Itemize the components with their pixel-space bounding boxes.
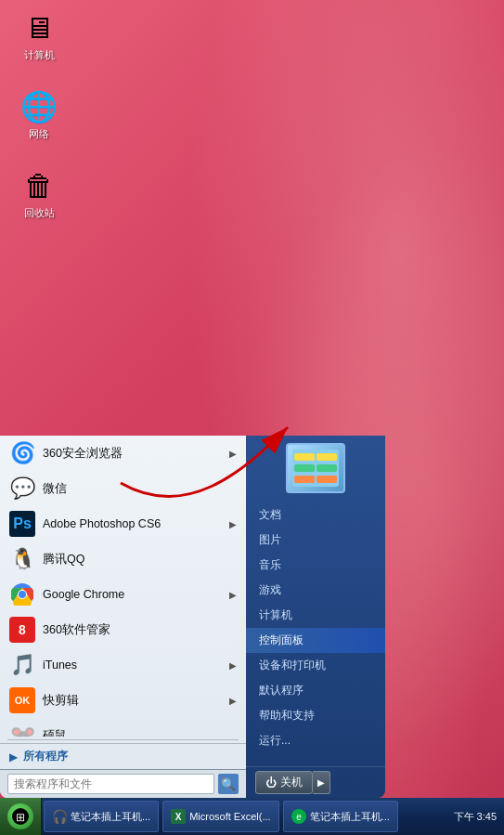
right-item-pictures[interactable]: 图片	[246, 528, 385, 553]
360browser-icon: 🌀	[9, 440, 35, 466]
menu-search-area: 🔍	[0, 769, 246, 798]
svg-rect-10	[317, 476, 337, 483]
qq-icon: 🐧	[9, 546, 35, 572]
svg-rect-9	[294, 476, 315, 483]
shutdown-button-group: ⏻ 关机 ▶	[255, 771, 330, 794]
menu-item-wechat[interactable]: 💬 微信	[0, 471, 246, 506]
network-icon: 🌐	[20, 88, 58, 125]
chrome-label: Google Chrome	[43, 588, 222, 601]
all-programs-arrow-icon: ▶	[9, 750, 18, 763]
clock-time: 下午 3:45	[454, 810, 497, 824]
itunes-icon: 🎵	[9, 652, 35, 678]
svg-rect-8	[317, 464, 337, 472]
itunes-label: iTunes	[43, 659, 222, 672]
kuaijian-icon: OK	[9, 687, 35, 713]
svg-rect-7	[294, 464, 315, 472]
excel-taskbar-icon: X	[171, 809, 186, 824]
recycle-icon-label: 回收站	[24, 206, 55, 220]
right-menu-items: 文档 图片 音乐 游戏 计算机 控制面板 设备和打印机 默认程序 帮助和支持 运…	[246, 499, 385, 766]
shutdown-arrow-button[interactable]: ▶	[313, 771, 330, 794]
right-item-devices[interactable]: 设备和打印机	[246, 653, 385, 678]
taskbar-item-notepad[interactable]: 🎧 笔记本插上耳机...	[44, 801, 159, 832]
right-item-run[interactable]: 运行...	[246, 728, 385, 753]
start-orb-icon: ⊞	[7, 803, 33, 829]
wechat-label: 微信	[43, 481, 237, 497]
excel-taskbar-label: Microsoft Excel(...	[189, 811, 270, 822]
menu-right-panel: 文档 图片 音乐 游戏 计算机 控制面板 设备和打印机 默认程序 帮助和支持 运…	[246, 436, 385, 798]
computer-icon: 🖥	[20, 9, 58, 46]
right-item-defaultprograms[interactable]: 默认程序	[246, 678, 385, 703]
shutdown-label: 关机	[280, 775, 303, 790]
menu-item-360browser[interactable]: 🌀 360安全浏览器 ▶	[0, 436, 246, 471]
wechat-icon: 💬	[9, 476, 35, 502]
360manager-icon: 8	[9, 617, 35, 643]
360browser-label: 360安全浏览器	[43, 446, 222, 462]
right-item-games[interactable]: 游戏	[246, 578, 385, 603]
notepad-taskbar-icon: 🎧	[52, 809, 67, 824]
power-icon: ⏻	[265, 776, 277, 789]
menu-item-itunes[interactable]: 🎵 iTunes ▶	[0, 647, 246, 683]
all-programs-label: 所有程序	[23, 749, 68, 764]
desktop-icon-recycle[interactable]: 🗑 回收站	[9, 167, 69, 220]
start-button[interactable]: ⊞	[0, 798, 42, 835]
menu-item-360manager[interactable]: 8 360软件管家	[0, 612, 246, 647]
computer-icon-label: 计算机	[24, 48, 55, 62]
photoshop-icon: Ps	[9, 511, 35, 537]
photoshop-label: Adobe Photoshop CS6	[43, 517, 222, 530]
360browser-arrow: ▶	[229, 449, 237, 459]
chrome-arrow: ▶	[229, 590, 237, 600]
network-icon-label: 网络	[29, 127, 49, 141]
right-item-documents[interactable]: 文档	[246, 502, 385, 528]
qq-label: 腾讯QQ	[43, 552, 237, 568]
kuaijian-label: 快剪辑	[43, 693, 222, 709]
itunes-arrow: ▶	[229, 660, 237, 671]
right-item-controlpanel[interactable]: 控制面板	[246, 628, 385, 653]
svg-rect-5	[294, 453, 315, 461]
user-avatar-area	[246, 436, 385, 499]
desktop-icon-network[interactable]: 🌐 网络	[9, 88, 69, 141]
photoshop-arrow: ▶	[229, 519, 237, 529]
desktop: 🖥 计算机 🌐 网络 🗑 回收站 🌀 360安全浏览器 ▶ 💬 微信	[0, 0, 504, 835]
cp-header-icon	[286, 443, 345, 493]
menu-left-panel: 🌀 360安全浏览器 ▶ 💬 微信 Ps Adobe Photoshop CS6…	[0, 436, 246, 798]
taskbar-item-notepad2[interactable]: e 笔记本插上耳机...	[283, 801, 398, 832]
svg-text:e: e	[296, 812, 302, 822]
notepad2-taskbar-icon: e	[291, 809, 306, 824]
notepad-taskbar-label: 笔记本插上耳机...	[71, 810, 150, 824]
notepad2-taskbar-label: 笔记本插上耳机...	[310, 810, 390, 824]
taskbar: ⊞ 🎧 笔记本插上耳机... X Microsoft Excel(...	[0, 798, 504, 835]
desktop-icon-computer[interactable]: 🖥 计算机	[9, 9, 69, 62]
360manager-label: 360软件管家	[43, 622, 237, 638]
shushu-label: 硕鼠	[43, 728, 237, 737]
menu-item-chrome[interactable]: Google Chrome ▶	[0, 577, 246, 612]
svg-text:⊞: ⊞	[16, 811, 25, 824]
kuaijian-arrow: ▶	[229, 696, 237, 706]
taskbar-item-excel[interactable]: X Microsoft Excel(...	[162, 801, 278, 832]
right-item-computer[interactable]: 计算机	[246, 603, 385, 628]
menu-item-photoshop[interactable]: Ps Adobe Photoshop CS6 ▶	[0, 506, 246, 541]
taskbar-clock: 下午 3:45	[446, 810, 504, 824]
all-programs-item[interactable]: ▶ 所有程序	[0, 743, 246, 769]
menu-item-kuaijian[interactable]: OK 快剪辑 ▶	[0, 683, 246, 718]
search-input[interactable]	[7, 774, 214, 794]
svg-point-3	[19, 591, 26, 598]
menu-items-list: 🌀 360安全浏览器 ▶ 💬 微信 Ps Adobe Photoshop CS6…	[0, 436, 246, 737]
shutdown-area: ⏻ 关机 ▶	[246, 766, 385, 798]
shushu-icon: 🐭	[9, 723, 35, 737]
svg-rect-6	[317, 453, 337, 461]
start-menu: 🌀 360安全浏览器 ▶ 💬 微信 Ps Adobe Photoshop CS6…	[0, 436, 385, 798]
search-button[interactable]: 🔍	[218, 774, 239, 794]
right-item-helpandsupport[interactable]: 帮助和支持	[246, 703, 385, 728]
svg-text:X: X	[175, 812, 182, 822]
taskbar-items: 🎧 笔记本插上耳机... X Microsoft Excel(...	[42, 798, 446, 835]
menu-item-shushu[interactable]: 🐭 硕鼠	[0, 718, 246, 737]
recycle-icon: 🗑	[20, 167, 58, 204]
shutdown-button[interactable]: ⏻ 关机	[255, 771, 313, 794]
menu-divider	[7, 739, 239, 740]
chrome-icon	[9, 581, 35, 607]
menu-item-qq[interactable]: 🐧 腾讯QQ	[0, 541, 246, 577]
right-item-music[interactable]: 音乐	[246, 553, 385, 578]
